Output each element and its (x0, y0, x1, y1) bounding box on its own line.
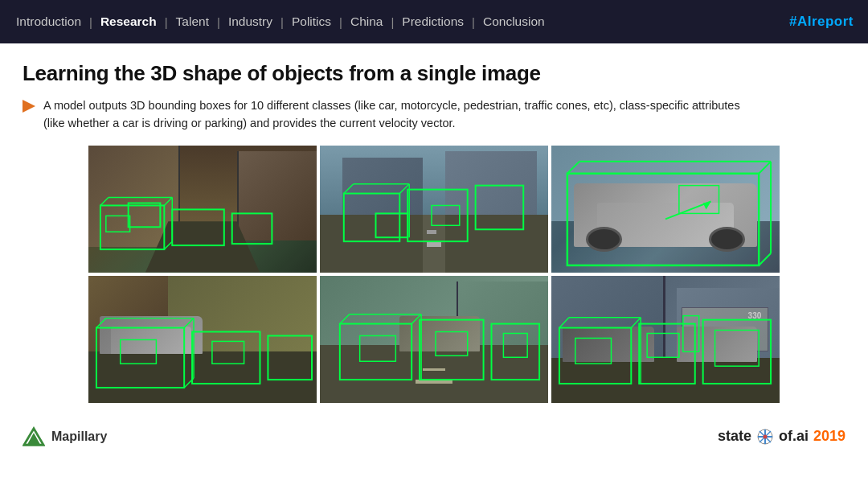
bullet-arrow-icon (23, 100, 35, 116)
stateof-of-ai-text: of.ai (779, 428, 809, 445)
grid-cell-1 (88, 146, 317, 273)
mapillary-icon (23, 425, 45, 448)
mapillary-logo: Mapillary (23, 425, 107, 448)
bottom-bar: Mapillary state of.ai 2019 (0, 419, 868, 454)
image-grid: 330 (88, 146, 780, 403)
slide-content: Learning the 3D shape of objects from a … (0, 43, 868, 416)
nav-sep-7: | (472, 15, 475, 29)
nav-bar: Introduction | Research | Talent | Indus… (0, 0, 868, 43)
bullet-point: A model outputs 3D bounding boxes for 10… (23, 97, 845, 133)
grid-cell-3 (551, 146, 780, 273)
nav-item-research[interactable]: Research (99, 14, 158, 29)
grid-cell-5 (320, 276, 548, 403)
nav-sep-5: | (339, 15, 342, 29)
mapillary-text: Mapillary (51, 429, 107, 444)
grid-cell-6: 330 (551, 276, 780, 403)
nav-item-introduction[interactable]: Introduction (14, 14, 83, 29)
nav-item-china[interactable]: China (349, 14, 385, 29)
nav-items: Introduction | Research | Talent | Indus… (14, 14, 547, 29)
year-text: 2019 (813, 428, 845, 445)
hashtag-label: #AIreport (789, 14, 854, 30)
nav-sep-4: | (280, 15, 284, 29)
stateof-star-icon (756, 428, 774, 446)
svg-marker-0 (23, 100, 35, 113)
nav-item-predictions[interactable]: Predictions (400, 14, 465, 29)
stateof-ai-branding: state of.ai 2019 (718, 428, 845, 446)
nav-sep-2: | (165, 15, 168, 29)
nav-item-conclusion[interactable]: Conclusion (481, 14, 547, 29)
grid-cell-2 (320, 146, 548, 273)
slide-title: Learning the 3D shape of objects from a … (23, 61, 845, 86)
nav-item-politics[interactable]: Politics (290, 14, 333, 29)
stateof-text: state (718, 428, 751, 445)
nav-item-talent[interactable]: Talent (174, 14, 211, 29)
grid-cell-4 (88, 276, 317, 403)
nav-sep-6: | (391, 15, 394, 29)
nav-item-industry[interactable]: Industry (227, 14, 274, 29)
nav-sep-1: | (89, 15, 92, 29)
bullet-text: A model outputs 3D bounding boxes for 10… (43, 97, 751, 133)
svg-point-67 (763, 434, 767, 438)
nav-sep-3: | (217, 15, 220, 29)
